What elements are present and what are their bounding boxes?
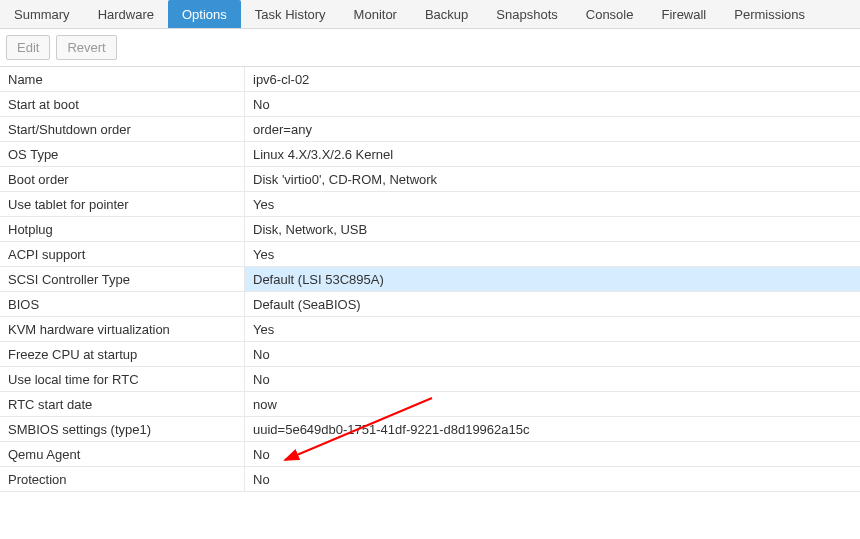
tab-options[interactable]: Options (168, 0, 241, 28)
option-key: OS Type (0, 142, 244, 166)
tab-label: Options (182, 7, 227, 22)
option-value: order=any (244, 117, 860, 141)
table-row[interactable]: ACPI supportYes (0, 242, 860, 267)
table-row[interactable]: Nameipv6-cl-02 (0, 67, 860, 92)
options-grid: Nameipv6-cl-02Start at bootNoStart/Shutd… (0, 67, 860, 492)
tab-label: Summary (14, 7, 70, 22)
table-row[interactable]: KVM hardware virtualizationYes (0, 317, 860, 342)
edit-button[interactable]: Edit (6, 35, 50, 60)
tab-firewall[interactable]: Firewall (647, 0, 720, 28)
option-key: Start/Shutdown order (0, 117, 244, 141)
option-value: Disk, Network, USB (244, 217, 860, 241)
table-row[interactable]: Use local time for RTCNo (0, 367, 860, 392)
revert-button[interactable]: Revert (56, 35, 116, 60)
option-key: Name (0, 67, 244, 91)
table-row[interactable]: Start at bootNo (0, 92, 860, 117)
option-value: No (244, 367, 860, 391)
option-key: KVM hardware virtualization (0, 317, 244, 341)
option-value: Linux 4.X/3.X/2.6 Kernel (244, 142, 860, 166)
table-row[interactable]: Qemu AgentNo (0, 442, 860, 467)
option-value: No (244, 92, 860, 116)
table-row[interactable]: Use tablet for pointerYes (0, 192, 860, 217)
option-key: Boot order (0, 167, 244, 191)
option-value: Yes (244, 242, 860, 266)
tab-snapshots[interactable]: Snapshots (482, 0, 571, 28)
option-key: Freeze CPU at startup (0, 342, 244, 366)
tab-task-history[interactable]: Task History (241, 0, 340, 28)
table-row[interactable]: SCSI Controller TypeDefault (LSI 53C895A… (0, 267, 860, 292)
tabbar: SummaryHardwareOptionsTask HistoryMonito… (0, 0, 860, 29)
table-row[interactable]: Start/Shutdown orderorder=any (0, 117, 860, 142)
option-key: SMBIOS settings (type1) (0, 417, 244, 441)
option-value: Default (SeaBIOS) (244, 292, 860, 316)
option-key: Hotplug (0, 217, 244, 241)
option-value: now (244, 392, 860, 416)
tab-label: Snapshots (496, 7, 557, 22)
option-value: Disk 'virtio0', CD-ROM, Network (244, 167, 860, 191)
table-row[interactable]: OS TypeLinux 4.X/3.X/2.6 Kernel (0, 142, 860, 167)
toolbar: Edit Revert (0, 29, 860, 67)
tab-label: Monitor (354, 7, 397, 22)
table-row[interactable]: Boot orderDisk 'virtio0', CD-ROM, Networ… (0, 167, 860, 192)
option-key: BIOS (0, 292, 244, 316)
option-value: No (244, 442, 860, 466)
table-row[interactable]: BIOSDefault (SeaBIOS) (0, 292, 860, 317)
tab-summary[interactable]: Summary (0, 0, 84, 28)
option-value: Default (LSI 53C895A) (244, 267, 860, 291)
option-value: No (244, 467, 860, 491)
option-key: Start at boot (0, 92, 244, 116)
tab-hardware[interactable]: Hardware (84, 0, 168, 28)
tab-permissions[interactable]: Permissions (720, 0, 819, 28)
tab-label: Console (586, 7, 634, 22)
option-value: Yes (244, 317, 860, 341)
table-row[interactable]: RTC start datenow (0, 392, 860, 417)
option-key: RTC start date (0, 392, 244, 416)
option-key: Use local time for RTC (0, 367, 244, 391)
option-key: Use tablet for pointer (0, 192, 244, 216)
table-row[interactable]: SMBIOS settings (type1)uuid=5e649db0-175… (0, 417, 860, 442)
tab-monitor[interactable]: Monitor (340, 0, 411, 28)
tab-console[interactable]: Console (572, 0, 648, 28)
option-value: Yes (244, 192, 860, 216)
tab-label: Permissions (734, 7, 805, 22)
table-row[interactable]: ProtectionNo (0, 467, 860, 492)
option-value: ipv6-cl-02 (244, 67, 860, 91)
tab-label: Backup (425, 7, 468, 22)
tab-label: Task History (255, 7, 326, 22)
tab-label: Firewall (661, 7, 706, 22)
tab-label: Hardware (98, 7, 154, 22)
table-row[interactable]: HotplugDisk, Network, USB (0, 217, 860, 242)
tab-backup[interactable]: Backup (411, 0, 482, 28)
option-key: ACPI support (0, 242, 244, 266)
option-value: No (244, 342, 860, 366)
option-key: Protection (0, 467, 244, 491)
table-row[interactable]: Freeze CPU at startupNo (0, 342, 860, 367)
option-value: uuid=5e649db0-1751-41df-9221-d8d19962a15… (244, 417, 860, 441)
option-key: SCSI Controller Type (0, 267, 244, 291)
option-key: Qemu Agent (0, 442, 244, 466)
